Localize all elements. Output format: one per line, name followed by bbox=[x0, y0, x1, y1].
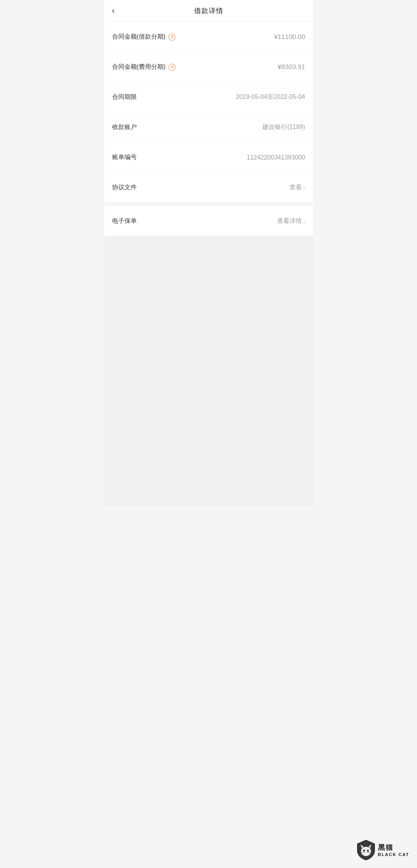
agreement-file-row: 协议文件 查看 › bbox=[104, 173, 313, 202]
bill-number-label: 账单编号 bbox=[112, 153, 137, 161]
contract-amount-fee-row: 合同金额(费用分期) ? ¥8303.91 bbox=[104, 52, 313, 82]
back-button[interactable]: ‹ bbox=[112, 7, 115, 15]
section-divider bbox=[104, 202, 313, 206]
contract-amount-loan-info-icon[interactable]: ? bbox=[169, 34, 175, 41]
electronic-policy-link[interactable]: 查看详情 › bbox=[277, 217, 305, 225]
gray-background-area bbox=[104, 236, 313, 506]
receiving-account-row: 收款账户 建设银行(1189) bbox=[104, 112, 313, 143]
contract-amount-loan-row: 合同金额(借款分期) ? ¥11100.00 bbox=[104, 22, 313, 52]
contract-period-value: 2019-05-04至2022-05-04 bbox=[236, 93, 305, 101]
bill-number-value: 11242200341393000 bbox=[247, 154, 305, 161]
contract-amount-loan-label: 合同金额(借款分期) ? bbox=[112, 33, 176, 41]
agreement-file-link-text: 查看 bbox=[289, 183, 302, 192]
page-header: ‹ 借款详情 bbox=[104, 0, 313, 22]
contract-amount-loan-value: ¥11100.00 bbox=[274, 33, 305, 41]
chevron-right-icon-2: › bbox=[303, 218, 305, 224]
receiving-account-label: 收款账户 bbox=[112, 123, 137, 131]
electronic-policy-label: 电子保单 bbox=[112, 217, 137, 225]
contract-amount-fee-value: ¥8303.91 bbox=[278, 63, 305, 71]
page-title: 借款详情 bbox=[194, 6, 223, 15]
bill-number-row: 账单编号 11242200341393000 bbox=[104, 143, 313, 173]
contract-amount-fee-label: 合同金额(费用分期) ? bbox=[112, 63, 176, 71]
receiving-account-value: 建设银行(1189) bbox=[262, 123, 305, 131]
contract-period-row: 合同期限 2019-05-04至2022-05-04 bbox=[104, 82, 313, 112]
detail-section: 合同金额(借款分期) ? ¥11100.00 合同金额(费用分期) ? ¥830… bbox=[104, 22, 313, 202]
electronic-policy-row: 电子保单 查看详情 › bbox=[104, 206, 313, 236]
agreement-file-label: 协议文件 bbox=[112, 183, 137, 192]
chevron-right-icon: › bbox=[303, 185, 305, 191]
agreement-file-link[interactable]: 查看 › bbox=[289, 183, 305, 192]
contract-period-label: 合同期限 bbox=[112, 93, 137, 101]
contract-amount-fee-info-icon[interactable]: ? bbox=[169, 64, 175, 71]
electronic-policy-section: 电子保单 查看详情 › bbox=[104, 206, 313, 236]
electronic-policy-link-text: 查看详情 bbox=[277, 217, 302, 225]
